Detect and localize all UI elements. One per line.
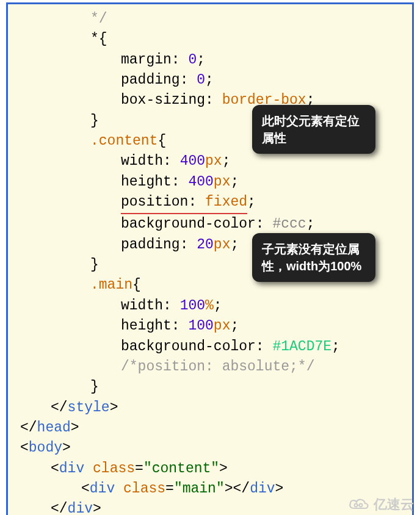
code-block: */ *{ margin: 0; padding: 0; box-sizing:… — [6, 2, 414, 515]
attr-name: class — [93, 461, 135, 477]
code-line: width: 400px; — [20, 151, 406, 171]
css-value: 0 — [197, 72, 205, 88]
css-unit: % — [205, 298, 214, 314]
tooltip-text: 子元素没有定位属性，width为100% — [262, 242, 361, 273]
brace: { — [132, 277, 141, 293]
code-line: *{ — [20, 29, 406, 49]
code-line: </head> — [20, 418, 406, 438]
css-value: 400 — [180, 153, 205, 169]
css-value: #1ACD7E — [272, 339, 331, 355]
css-value: 0 — [188, 52, 197, 68]
css-value: 400 — [188, 174, 213, 190]
code-line: </style> — [20, 398, 406, 418]
css-property: height — [121, 174, 172, 190]
css-value: #ccc — [272, 216, 306, 232]
selector: .main — [90, 277, 132, 293]
css-value: fixed — [205, 194, 247, 210]
attr-value: "content" — [143, 461, 219, 477]
code-line: <div class="content"> — [20, 459, 406, 479]
code-line: /*position: absolute;*/ — [20, 357, 406, 377]
brace: } — [90, 257, 99, 273]
css-unit: px — [214, 237, 231, 253]
comment: /*position: absolute;*/ — [121, 359, 314, 375]
code-line: padding: 0; — [20, 70, 406, 90]
css-property: box-sizing — [121, 92, 205, 108]
svg-point-1 — [360, 504, 363, 507]
css-unit: px — [214, 174, 231, 190]
html-tag: div — [68, 501, 93, 515]
selector: * — [90, 31, 99, 47]
css-property: background-color — [121, 339, 256, 355]
brace: { — [158, 133, 166, 149]
code-line: background-color: #ccc; — [20, 214, 406, 234]
code-line: background-color: #1ACD7E; — [20, 337, 406, 357]
code-line: width: 100%; — [20, 296, 406, 316]
cloud-icon — [348, 497, 370, 512]
annotation-tooltip-parent: 此时父元素有定位属性 — [252, 105, 375, 154]
underlined-code: position: fixed — [121, 192, 247, 214]
css-property: width — [121, 153, 163, 169]
css-value: 20 — [197, 237, 214, 253]
tooltip-text: 此时父元素有定位属性 — [262, 114, 360, 145]
watermark: 亿速云 — [348, 495, 414, 514]
code-line: margin: 0; — [20, 50, 406, 70]
css-property: height — [121, 318, 172, 334]
attr-name: class — [123, 481, 165, 497]
html-tag: body — [29, 440, 62, 456]
annotation-tooltip-child: 子元素没有定位属性，width为100% — [252, 233, 375, 282]
svg-point-0 — [355, 504, 358, 507]
code-line: position: fixed; — [20, 192, 406, 214]
attr-value: "main" — [174, 481, 225, 497]
css-property: position — [121, 194, 188, 210]
html-tag: style — [68, 400, 110, 416]
css-value: 100 — [180, 298, 205, 314]
html-tag: div — [250, 481, 275, 497]
css-unit: px — [205, 153, 222, 169]
comment: */ — [90, 11, 107, 27]
code-line: height: 400px; — [20, 172, 406, 192]
css-property: padding — [121, 72, 180, 88]
brace: { — [99, 31, 107, 47]
brace: } — [90, 379, 99, 395]
css-property: margin — [121, 52, 172, 68]
css-property: width — [121, 298, 163, 314]
selector: .content — [90, 133, 158, 149]
code-line: } — [20, 377, 406, 397]
brace: } — [90, 113, 99, 129]
css-property: background-color — [121, 216, 256, 232]
html-tag: head — [37, 420, 71, 436]
css-unit: px — [214, 318, 231, 334]
css-value: 100 — [188, 318, 213, 334]
code-line: */ — [20, 9, 406, 29]
css-property: padding — [121, 237, 180, 253]
code-line: height: 100px; — [20, 316, 406, 336]
code-line: <body> — [20, 438, 406, 458]
html-tag: div — [59, 461, 84, 477]
html-tag: div — [90, 481, 115, 497]
watermark-text: 亿速云 — [374, 495, 414, 514]
